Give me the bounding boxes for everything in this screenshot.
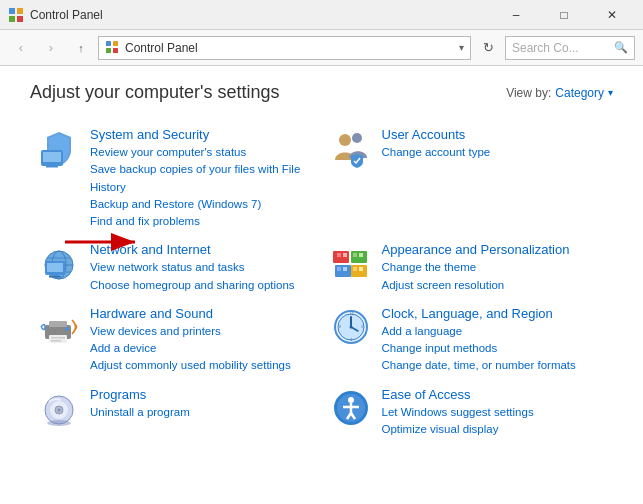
close-button[interactable]: ✕ [589,0,635,30]
svg-rect-37 [49,335,67,343]
svg-rect-22 [49,276,61,278]
search-placeholder: Search Co... [512,41,610,55]
user-accounts-link-1[interactable]: Change account type [382,144,606,161]
svg-rect-3 [17,16,23,22]
appearance-text: Appearance and Personalization Change th… [382,242,606,294]
category-hardware-sound: Hardware and Sound View devices and prin… [30,300,322,381]
view-by-value[interactable]: Category [555,86,604,100]
svg-rect-28 [343,253,347,257]
category-system-security: System and Security Review your computer… [30,121,322,236]
svg-rect-0 [9,8,15,14]
svg-rect-7 [113,48,118,53]
programs-link-1[interactable]: Uninstall a program [90,404,314,421]
programs-text: Programs Uninstall a program [90,387,314,421]
clock-language-link-3[interactable]: Change date, time, or number formats [382,357,606,374]
address-bar-icon [105,40,121,56]
svg-rect-4 [106,41,111,46]
svg-rect-2 [9,16,15,22]
ease-access-icon [330,387,372,429]
page-header: Adjust your computer's settings View by:… [30,82,613,103]
ease-access-title[interactable]: Ease of Access [382,387,606,402]
svg-rect-5 [113,41,118,46]
hardware-sound-link-1[interactable]: View devices and printers [90,323,314,340]
clock-language-text: Clock, Language, and Region Add a langua… [382,306,606,375]
system-security-link-4[interactable]: Find and fix problems [90,213,314,230]
svg-rect-36 [49,321,67,327]
hardware-sound-link-2[interactable]: Add a device [90,340,314,357]
svg-rect-30 [343,267,347,271]
view-by: View by: Category ▾ [506,86,613,100]
svg-point-13 [352,133,362,143]
address-text: Control Panel [125,41,455,55]
svg-rect-10 [48,164,56,166]
system-security-link-2[interactable]: Save backup copies of your files with Fi… [90,161,314,196]
svg-rect-39 [51,340,61,342]
clock-language-icon: 12 3 6 9 [330,306,372,348]
user-accounts-title[interactable]: User Accounts [382,127,606,142]
view-by-label: View by: [506,86,551,100]
svg-text:12: 12 [350,312,354,316]
back-button[interactable]: ‹ [8,35,34,61]
minimize-button[interactable]: – [493,0,539,30]
network-internet-icon [38,242,80,284]
search-bar[interactable]: Search Co... 🔍 [505,36,635,60]
network-internet-text: Network and Internet View network status… [90,242,314,294]
user-accounts-icon [330,127,372,169]
svg-rect-31 [353,253,357,257]
search-icon[interactable]: 🔍 [614,41,628,54]
system-security-title[interactable]: System and Security [90,127,314,142]
appearance-title[interactable]: Appearance and Personalization [382,242,606,257]
window-controls: – □ ✕ [493,0,635,30]
hardware-sound-link-3[interactable]: Adjust commonly used mobility settings [90,357,314,374]
nav-bar: ‹ › ↑ Control Panel ▾ ↻ Search Co... 🔍 [0,30,643,66]
svg-rect-34 [359,267,363,271]
hardware-sound-title[interactable]: Hardware and Sound [90,306,314,321]
svg-rect-32 [359,253,363,257]
appearance-link-1[interactable]: Change the theme [382,259,606,276]
refresh-button[interactable]: ↻ [475,35,501,61]
up-button[interactable]: ↑ [68,35,94,61]
forward-button[interactable]: › [38,35,64,61]
appearance-link-2[interactable]: Adjust screen resolution [382,277,606,294]
ease-access-text: Ease of Access Let Windows suggest setti… [382,387,606,439]
appearance-icon [330,242,372,284]
network-internet-link-2[interactable]: Choose homegroup and sharing options [90,277,314,294]
clock-language-title[interactable]: Clock, Language, and Region [382,306,606,321]
page-title: Adjust your computer's settings [30,82,280,103]
system-security-icon [38,127,80,169]
programs-icon [38,387,80,429]
category-network-internet: Network and Internet View network status… [30,236,322,300]
svg-rect-33 [353,267,357,271]
title-bar: Control Panel – □ ✕ [0,0,643,30]
view-by-chevron-icon[interactable]: ▾ [608,87,613,98]
system-security-link-3[interactable]: Backup and Restore (Windows 7) [90,196,314,213]
hardware-sound-icon [38,306,80,348]
address-bar[interactable]: Control Panel ▾ [98,36,471,60]
ease-access-link-2[interactable]: Optimize visual display [382,421,606,438]
svg-rect-38 [51,337,65,339]
address-dropdown-arrow[interactable]: ▾ [459,42,464,53]
network-internet-title[interactable]: Network and Internet [90,242,314,257]
svg-point-53 [58,408,61,411]
svg-rect-1 [17,8,23,14]
clock-language-link-2[interactable]: Change input methods [382,340,606,357]
programs-title[interactable]: Programs [90,387,314,402]
svg-rect-11 [46,166,58,168]
main-content: Adjust your computer's settings View by:… [0,66,643,460]
svg-rect-27 [337,253,341,257]
ease-access-link-1[interactable]: Let Windows suggest settings [382,404,606,421]
title-bar-icon [8,7,24,23]
categories-grid: System and Security Review your computer… [30,121,613,444]
window-title: Control Panel [30,8,493,22]
system-security-link-1[interactable]: Review your computer's status [90,144,314,161]
category-ease-access: Ease of Access Let Windows suggest setti… [322,381,614,445]
svg-point-45 [349,325,352,328]
svg-point-54 [47,420,71,426]
network-internet-link-1[interactable]: View network status and tasks [90,259,314,276]
maximize-button[interactable]: □ [541,0,587,30]
clock-language-link-1[interactable]: Add a language [382,323,606,340]
svg-point-12 [339,134,351,146]
category-programs: Programs Uninstall a program [30,381,322,445]
user-accounts-text: User Accounts Change account type [382,127,606,161]
hardware-sound-text: Hardware and Sound View devices and prin… [90,306,314,375]
